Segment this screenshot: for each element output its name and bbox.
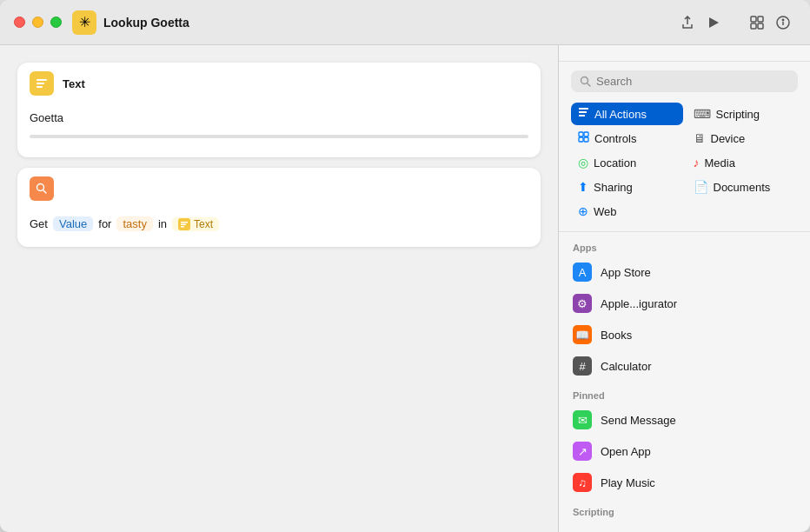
lookup-row: Get Value for tasty in: [30, 213, 528, 235]
svg-rect-22: [584, 132, 588, 136]
search-input[interactable]: [596, 75, 789, 88]
svg-rect-2: [758, 17, 763, 22]
send-message-icon: ✉: [573, 410, 592, 429]
sidebar-item-controls[interactable]: Controls: [571, 127, 683, 150]
apple-configurator-label: Apple...igurator: [601, 297, 677, 310]
svg-rect-21: [579, 132, 583, 136]
sidebar-item-media[interactable]: ♪ Media: [687, 151, 799, 174]
lookup-action-body: Get Value for tasty in: [17, 209, 541, 247]
list-item-send-message[interactable]: ✉ Send Message: [559, 404, 810, 436]
svg-line-17: [588, 83, 591, 87]
svg-rect-1: [751, 17, 756, 22]
info-button[interactable]: [770, 12, 796, 33]
sidebar-item-web[interactable]: ⊕ Web: [571, 200, 683, 223]
lookup-action-card: Get Value for tasty in: [17, 168, 541, 247]
window-title: Lookup Goetta: [103, 16, 189, 30]
svg-rect-19: [579, 111, 587, 113]
svg-rect-15: [181, 226, 184, 228]
sidebar-item-all-actions[interactable]: All Actions: [571, 103, 683, 125]
list-item-play-music[interactable]: ♫ Play Music: [559, 467, 810, 498]
list-item-apple-configurator[interactable]: ⚙ Apple...igurator: [559, 288, 810, 319]
all-actions-icon: [578, 107, 589, 121]
search-bar[interactable]: [571, 70, 798, 92]
tasty-tag[interactable]: tasty: [116, 216, 152, 231]
sidebar-item-scripting[interactable]: ⌨ Scripting: [687, 103, 799, 125]
text-content-value[interactable]: Goetta: [30, 108, 528, 128]
text-action-icon: [30, 71, 54, 96]
open-app-label: Open App: [601, 445, 651, 458]
location-icon: ◎: [578, 156, 588, 170]
sidebar-header: [559, 45, 810, 62]
text-action-title: Text: [63, 77, 85, 90]
text-action-header: Text: [17, 63, 541, 104]
scripting-icon: ⌨: [694, 107, 711, 121]
text-action-card: Text Goetta: [17, 63, 541, 157]
svg-rect-9: [37, 83, 44, 84]
svg-rect-23: [579, 137, 583, 142]
controls-label: Controls: [594, 132, 636, 145]
section-apps-label: Apps: [559, 234, 810, 256]
get-label: Get: [30, 217, 48, 230]
lookup-action-header: [17, 168, 541, 209]
text-token-label: Text: [194, 218, 213, 230]
comment-icon: ≡: [573, 527, 592, 532]
app-store-icon: A: [573, 263, 592, 282]
search-icon: [580, 76, 591, 87]
scripting-label: Scripting: [716, 108, 760, 121]
maximize-button[interactable]: [50, 17, 62, 28]
svg-marker-0: [709, 17, 719, 28]
svg-point-7: [782, 19, 783, 20]
section-scripting-label: Scripting: [559, 498, 810, 521]
web-icon: ⊕: [578, 204, 588, 218]
send-message-label: Send Message: [601, 414, 676, 427]
svg-line-12: [43, 190, 47, 194]
list-item-books[interactable]: 📖 Books: [559, 319, 810, 350]
traffic-lights: [14, 17, 62, 28]
books-icon: 📖: [573, 325, 592, 344]
books-label: Books: [601, 329, 632, 342]
media-label: Media: [705, 156, 735, 170]
sidebar-item-documents[interactable]: 📄 Documents: [687, 176, 799, 198]
sharing-label: Sharing: [594, 181, 633, 194]
svg-rect-10: [37, 86, 43, 88]
svg-rect-8: [37, 79, 47, 81]
calculator-label: Calculator: [601, 360, 652, 373]
main-content: Text Goetta: [0, 45, 810, 532]
section-pinned-label: Pinned: [559, 382, 810, 404]
nav-grid: All Actions ⌨ Scripting: [559, 99, 810, 229]
minimize-button[interactable]: [32, 17, 43, 28]
text-action-body: Goetta: [17, 104, 541, 157]
svg-rect-13: [181, 222, 188, 223]
value-tag[interactable]: Value: [53, 216, 93, 231]
text-divider: [30, 135, 528, 138]
sidebar-item-location[interactable]: ◎ Location: [571, 151, 683, 174]
device-label: Device: [711, 132, 746, 145]
calculator-icon: #: [573, 356, 592, 376]
titlebar: ✳ Lookup Goetta: [0, 0, 810, 45]
svg-rect-3: [751, 23, 756, 29]
svg-rect-24: [584, 137, 588, 142]
web-label: Web: [594, 205, 617, 218]
sidebar-content: Apps A App Store ⚙ Apple...igurator 📖 Bo…: [559, 234, 810, 532]
location-label: Location: [594, 156, 636, 170]
gallery-button[interactable]: [744, 12, 770, 33]
svg-rect-14: [181, 223, 186, 225]
svg-rect-20: [579, 115, 585, 116]
sidebar-divider: [559, 231, 810, 232]
for-label: for: [98, 217, 111, 230]
sidebar-item-device[interactable]: 🖥 Device: [687, 127, 799, 150]
documents-icon: 📄: [694, 180, 708, 194]
share-button[interactable]: [674, 12, 700, 33]
device-icon: 🖥: [694, 131, 706, 145]
list-item-calculator[interactable]: # Calculator: [559, 350, 810, 382]
list-item-comment[interactable]: ≡ Comment: [559, 521, 810, 532]
sidebar-item-sharing[interactable]: ⬆ Sharing: [571, 176, 683, 198]
list-item-open-app[interactable]: ↗ Open App: [559, 436, 810, 467]
list-item-app-store[interactable]: A App Store: [559, 256, 810, 288]
play-button[interactable]: [700, 12, 727, 33]
open-app-icon: ↗: [573, 442, 592, 461]
close-button[interactable]: [14, 17, 25, 28]
text-token[interactable]: Text: [172, 217, 219, 231]
svg-rect-18: [579, 108, 588, 110]
apple-configurator-icon: ⚙: [573, 294, 592, 313]
